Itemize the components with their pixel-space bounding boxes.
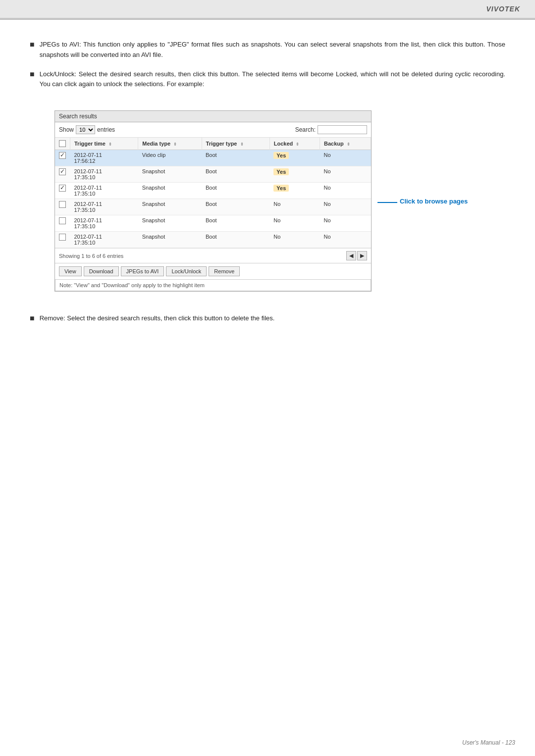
pagination-buttons: ◀ ▶: [346, 251, 367, 260]
col-trigger-time[interactable]: Trigger time ⇕: [70, 138, 138, 150]
row-locked: Yes: [269, 183, 320, 199]
bullet-lockunlock: ■ Lock/Unlock: Select the desired search…: [30, 69, 505, 302]
view-button[interactable]: View: [59, 266, 82, 276]
bullet-icon-2: ■: [30, 70, 35, 79]
search-results-title: Search results: [55, 111, 371, 122]
footer-text: User's Manual - 123: [462, 739, 515, 746]
annotation-line: [377, 202, 397, 203]
row-trigger-type: Boot: [202, 199, 269, 215]
prev-page-button[interactable]: ◀: [346, 251, 356, 260]
row-checkbox[interactable]: [59, 152, 66, 159]
row-locked: No: [269, 232, 320, 248]
table-body: 2012-07-11 17:56:12Video clipBootYesNo20…: [55, 150, 371, 248]
sort-arrows-backup: ⇕: [347, 142, 350, 147]
remove-button[interactable]: Remove: [209, 266, 240, 276]
note-box: Note: "View" and "Download" only apply t…: [55, 279, 371, 291]
table-row: 2012-07-11 17:56:12Video clipBootYesNo: [55, 150, 371, 166]
row-locked: Yes: [269, 150, 320, 166]
row-media-type: Video clip: [138, 150, 202, 166]
row-locked: No: [269, 215, 320, 232]
row-trigger-type: Boot: [202, 183, 269, 199]
row-trigger-time: 2012-07-11 17:56:12: [70, 150, 138, 166]
entries-select[interactable]: 10 25 50: [76, 125, 95, 134]
search-box: Search:: [295, 125, 367, 134]
row-trigger-type: Boot: [202, 232, 269, 248]
annotation-text: Click to browse pages: [400, 197, 468, 206]
col-media-type[interactable]: Media type ⇕: [138, 138, 202, 150]
row-backup: No: [320, 215, 371, 232]
row-checkbox[interactable]: [59, 201, 66, 208]
row-trigger-time: 2012-07-11 17:35:10: [70, 199, 138, 215]
table-row: 2012-07-11 17:35:10SnapshotBootYesNo: [55, 166, 371, 183]
table-header-row: Trigger time ⇕ Media type ⇕ Trigger type…: [55, 138, 371, 150]
bullet-jpegs-avi: ■ JPEGs to AVI: This function only appli…: [30, 40, 505, 60]
page-footer: User's Manual - 123: [462, 739, 515, 746]
row-backup: No: [320, 199, 371, 215]
col-checkbox: [55, 138, 70, 150]
row-checkbox-cell[interactable]: [55, 232, 70, 248]
row-checkbox[interactable]: [59, 234, 66, 241]
page-wrapper: VIVOTEK ■ JPEGs to AVI: This function on…: [0, 0, 535, 756]
row-locked: Yes: [269, 166, 320, 183]
row-trigger-type: Boot: [202, 215, 269, 232]
search-controls: Show 10 25 50 entries Search:: [55, 122, 371, 138]
download-button[interactable]: Download: [84, 266, 119, 276]
row-checkbox-cell[interactable]: [55, 183, 70, 199]
row-trigger-type: Boot: [202, 150, 269, 166]
sort-arrows-trigger-type: ⇕: [240, 142, 244, 147]
row-checkbox-cell[interactable]: [55, 150, 70, 166]
row-checkbox-cell[interactable]: [55, 166, 70, 183]
row-media-type: Snapshot: [138, 232, 202, 248]
row-backup: No: [320, 232, 371, 248]
jpegs-to-avi-button[interactable]: JPEGs to AVI: [121, 266, 164, 276]
row-checkbox[interactable]: [59, 168, 66, 175]
header-checkbox[interactable]: [59, 140, 66, 147]
next-page-button[interactable]: ▶: [357, 251, 367, 260]
top-bar: VIVOTEK: [0, 0, 535, 19]
bullet-remove: ■ Remove: Select the desired search resu…: [30, 313, 505, 324]
search-input[interactable]: [318, 125, 367, 134]
table-footer: Showing 1 to 6 of 6 entries ◀ ▶: [55, 248, 371, 263]
table-row: 2012-07-11 17:35:10SnapshotBootNoNo: [55, 215, 371, 232]
main-content: ■ JPEGs to AVI: This function only appli…: [0, 20, 535, 353]
browse-annotation: Click to browse pages: [377, 197, 468, 206]
sort-arrows-media-type: ⇕: [173, 142, 177, 147]
row-trigger-time: 2012-07-11 17:35:10: [70, 215, 138, 232]
row-checkbox-cell[interactable]: [55, 199, 70, 215]
sort-arrows-trigger-time: ⇕: [108, 142, 112, 147]
row-trigger-time: 2012-07-11 17:35:10: [70, 183, 138, 199]
row-media-type: Snapshot: [138, 215, 202, 232]
row-backup: No: [320, 150, 371, 166]
row-trigger-time: 2012-07-11 17:35:10: [70, 232, 138, 248]
results-table: Trigger time ⇕ Media type ⇕ Trigger type…: [55, 138, 371, 248]
note-text: Note: "View" and "Download" only apply t…: [59, 282, 205, 288]
entries-label: entries: [97, 126, 115, 133]
row-checkbox-cell[interactable]: [55, 215, 70, 232]
row-trigger-type: Boot: [202, 166, 269, 183]
col-backup[interactable]: Backup ⇕: [320, 138, 371, 150]
action-buttons-row: View Download JPEGs to AVI Lock/Unlock R…: [55, 263, 371, 279]
row-media-type: Snapshot: [138, 166, 202, 183]
bullet-text-3: Remove: Select the desired search result…: [40, 313, 275, 324]
bullet-icon-3: ■: [30, 314, 35, 323]
table-row: 2012-07-11 17:35:10SnapshotBootNoNo: [55, 199, 371, 215]
row-checkbox[interactable]: [59, 217, 66, 224]
row-backup: No: [320, 183, 371, 199]
bullet-text-1: JPEGs to AVI: This function only applies…: [40, 40, 505, 60]
row-media-type: Snapshot: [138, 199, 202, 215]
search-results-panel: Search results Show 10 25 50 entries: [54, 110, 372, 292]
bullet-icon-1: ■: [30, 40, 35, 49]
brand-logo: VIVOTEK: [486, 5, 520, 13]
search-label: Search:: [295, 126, 316, 133]
show-entries-control: Show 10 25 50 entries: [59, 125, 115, 134]
lock-unlock-button[interactable]: Lock/Unlock: [166, 266, 207, 276]
show-label: Show: [59, 126, 74, 133]
table-row: 2012-07-11 17:35:10SnapshotBootNoNo: [55, 232, 371, 248]
row-locked: No: [269, 199, 320, 215]
col-locked[interactable]: Locked ⇕: [269, 138, 320, 150]
row-media-type: Snapshot: [138, 183, 202, 199]
showing-entries-text: Showing 1 to 6 of 6 entries: [59, 253, 123, 259]
table-row: 2012-07-11 17:35:10SnapshotBootYesNo: [55, 183, 371, 199]
col-trigger-type[interactable]: Trigger type ⇕: [202, 138, 269, 150]
row-checkbox[interactable]: [59, 185, 66, 192]
